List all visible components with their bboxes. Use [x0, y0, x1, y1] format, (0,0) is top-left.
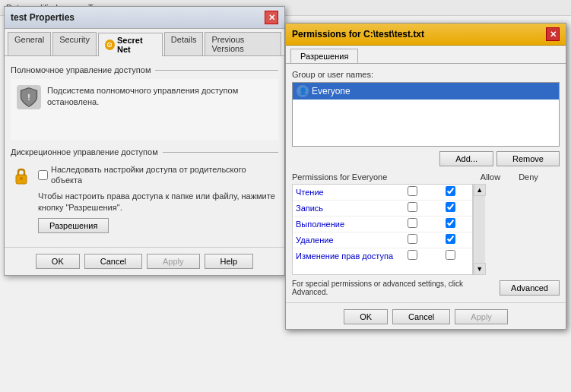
permissions-title: Permissions for C:\test\test.txt: [292, 29, 424, 40]
help-button[interactable]: Help: [205, 254, 254, 269]
mandatory-text: Подсистема полномочного управления досту…: [47, 85, 272, 109]
inherit-text: Наследовать настройки доступа от родител…: [51, 164, 278, 186]
perm-for-label: Permissions for Everyone: [292, 172, 471, 182]
table-row: Изменение прав доступа: [293, 248, 472, 264]
tab-secretnet[interactable]: ⊙ Secret Net: [98, 33, 163, 56]
perm-name[interactable]: Чтение: [296, 188, 393, 197]
properties-content: Полномочное управление доступом ! Подсис…: [5, 56, 284, 247]
permissions-button[interactable]: Разрешения: [38, 218, 109, 233]
perm-name[interactable]: Выполнение: [296, 220, 393, 229]
deny-checkbox[interactable]: [446, 250, 455, 260]
perm-table-header: Permissions for Everyone Allow Deny: [292, 172, 560, 182]
perm-name[interactable]: Удаление: [296, 236, 393, 245]
allow-col: [393, 250, 431, 262]
permissions-close-button[interactable]: ✕: [546, 27, 560, 41]
perm-apply-button[interactable]: Apply: [455, 309, 508, 324]
mandatory-section: ! Подсистема полномочного управления дос…: [11, 79, 278, 140]
allow-checkbox[interactable]: [408, 250, 417, 260]
scroll-up-btn[interactable]: ▲: [474, 184, 486, 196]
properties-buttons: OK Cancel Apply Help: [5, 247, 284, 275]
mandatory-line: [155, 70, 278, 71]
properties-title: test Properties: [11, 12, 75, 23]
tab-general[interactable]: General: [8, 32, 51, 55]
perm-table-wrapper: ЧтениеЗаписьВыполнениеУдалениеИзменение …: [292, 184, 560, 275]
permissions-titlebar: Permissions for C:\test\test.txt ✕: [286, 24, 566, 46]
allow-checkbox[interactable]: [408, 218, 417, 228]
allow-col: [393, 234, 431, 246]
allow-col: [393, 186, 431, 198]
permissions-content: Group or user names: 👤 Everyone Add... R…: [286, 64, 566, 302]
perm-cancel-button[interactable]: Cancel: [392, 309, 450, 324]
properties-dialog: test Properties ✕ General Security ⊙ Sec…: [4, 6, 285, 276]
dac-content: Наследовать настройки доступа от родител…: [38, 164, 278, 233]
properties-titlebar: test Properties ✕: [5, 7, 284, 29]
group-label: Group or user names:: [292, 70, 560, 79]
user-avatar: 👤: [297, 85, 309, 97]
add-button[interactable]: Add...: [439, 151, 493, 166]
tab-security[interactable]: Security: [52, 32, 97, 55]
dac-section: Дискреционное управление доступом Наслед…: [11, 140, 278, 241]
perm-ok-button[interactable]: OK: [344, 309, 388, 324]
tab-details[interactable]: Details: [164, 32, 204, 55]
remove-button[interactable]: Remove: [496, 151, 560, 166]
perm-table: ЧтениеЗаписьВыполнениеУдалениеИзменение …: [292, 184, 473, 275]
allow-col-header: Allow: [471, 172, 509, 182]
dac-section-header: Дискреционное управление доступом: [11, 147, 278, 156]
deny-col: [431, 234, 469, 246]
apply-button[interactable]: Apply: [147, 254, 200, 269]
allow-col: [393, 218, 431, 230]
shield-icon: !: [17, 85, 41, 109]
dac-line: [163, 152, 278, 153]
dac-row: Наследовать настройки доступа от родител…: [11, 161, 278, 236]
tab-razresheniya[interactable]: Разрешения: [290, 49, 358, 63]
perm-name[interactable]: Запись: [296, 204, 393, 213]
allow-col: [393, 202, 431, 214]
tab-prev-versions[interactable]: Previous Versions: [205, 32, 281, 55]
secretnet-tab-icon: ⊙: [105, 40, 115, 50]
advanced-hint: For special permissions or advanced sett…: [292, 280, 500, 296]
table-row: Чтение: [293, 185, 472, 201]
dac-hint: Чтобы настроить права доступа к папке ил…: [38, 191, 278, 214]
lock-icon: [11, 164, 32, 188]
mandatory-section-header: Полномочное управление доступом: [11, 65, 278, 74]
table-row: Запись: [293, 201, 472, 217]
mandatory-label: Полномочное управление доступом: [11, 65, 155, 74]
perm-advanced-row: For special permissions or advanced sett…: [292, 280, 560, 296]
inherit-checkbox[interactable]: [38, 170, 48, 180]
svg-point-2: [20, 177, 23, 180]
scroll-down-btn[interactable]: ▼: [474, 263, 486, 275]
deny-checkbox[interactable]: [446, 218, 455, 228]
properties-tabs: General Security ⊙ Secret Net Details Pr…: [5, 29, 284, 56]
permissions-buttons: OK Cancel Apply: [286, 302, 566, 329]
deny-col: [431, 250, 469, 262]
table-row: Выполнение: [293, 217, 472, 232]
ok-button[interactable]: OK: [36, 254, 80, 269]
cancel-button[interactable]: Cancel: [84, 254, 142, 269]
deny-col: [431, 186, 469, 198]
table-row: Удаление: [293, 232, 472, 248]
inherit-row: Наследовать настройки доступа от родител…: [38, 164, 278, 186]
deny-col-header: Deny: [509, 172, 547, 182]
allow-checkbox[interactable]: [408, 234, 417, 244]
deny-col: [431, 218, 469, 230]
advanced-button[interactable]: Advanced: [500, 280, 560, 296]
allow-checkbox[interactable]: [408, 202, 417, 212]
perm-scrollbar[interactable]: ▲ ▼: [473, 184, 485, 275]
deny-checkbox[interactable]: [446, 234, 455, 244]
allow-checkbox[interactable]: [408, 186, 417, 196]
user-list: 👤 Everyone: [292, 82, 560, 147]
dac-label: Дискреционное управление доступом: [11, 147, 163, 156]
deny-checkbox[interactable]: [446, 202, 455, 212]
permissions-tabs: Разрешения: [286, 46, 566, 64]
svg-text:!: !: [27, 93, 30, 102]
perm-action-row: Add... Remove: [292, 151, 560, 166]
properties-close-button[interactable]: ✕: [265, 11, 278, 24]
perm-name[interactable]: Изменение прав доступа: [296, 251, 393, 261]
permissions-dialog: Permissions for C:\test\test.txt ✕ Разре…: [285, 23, 566, 330]
user-everyone[interactable]: 👤 Everyone: [293, 83, 559, 100]
deny-col: [431, 202, 469, 214]
deny-checkbox[interactable]: [446, 186, 455, 196]
